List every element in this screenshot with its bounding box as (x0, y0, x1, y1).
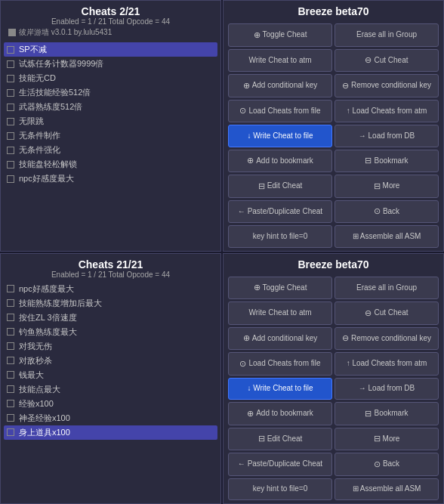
cheat-item[interactable]: 无条件强化 (4, 143, 217, 157)
cheat-checkbox[interactable] (7, 299, 14, 307)
cheat-item[interactable]: 钱最大 (4, 368, 217, 382)
action-button[interactable]: ⊖Cut Cheat (335, 49, 439, 73)
action-button[interactable]: ↑ Load Cheats from atm (335, 352, 439, 376)
button-icon: ⊖ (342, 81, 349, 91)
cheat-checkbox[interactable] (7, 104, 14, 111)
action-button[interactable]: ⊕Add to bookmark (228, 150, 332, 173)
action-button[interactable]: key hint to file=0 (228, 478, 332, 500)
action-button[interactable]: Write Cheat to atm (228, 301, 332, 325)
action-button[interactable]: ⊟More (335, 175, 439, 198)
top-right-title: Breeze beta70 (224, 1, 443, 20)
cheat-checkbox[interactable] (7, 132, 14, 140)
cheat-item[interactable]: 武器熟练度512倍 (4, 100, 217, 114)
cheat-item[interactable]: 对我无伤 (4, 339, 217, 354)
button-label: ↓ Write Cheat to file (247, 384, 313, 393)
action-button[interactable]: ← Paste/Duplicate Cheat (228, 200, 332, 224)
button-label: Remove conditional key (351, 334, 431, 343)
top-left-header: Cheats 2/21 Enabled = 1 / 21 Total Opcod… (1, 1, 220, 41)
action-button[interactable]: ↑ Load Cheats from atm (335, 100, 439, 123)
action-button[interactable]: ⊞ Assemble all ASM (335, 225, 439, 247)
action-button[interactable]: key hint to file=0 (228, 225, 332, 247)
action-button[interactable]: ⊕Toggle Cheat (228, 277, 332, 300)
button-label: ↓ Write Cheat to file (247, 131, 313, 141)
cheat-checkbox[interactable] (7, 118, 14, 125)
cheat-checkbox[interactable] (7, 414, 14, 422)
button-label: Add to bookmark (256, 409, 313, 418)
cheat-item[interactable]: 神圣经验x100 (4, 411, 217, 425)
cheat-checkbox[interactable] (7, 314, 14, 321)
cheat-checkbox[interactable] (7, 46, 14, 54)
action-button[interactable]: ⊙Load Cheats from file (228, 352, 332, 376)
cheat-label: 经验x100 (19, 398, 54, 410)
top-left-cheat-list[interactable]: SP不减试炼任务计数器9999倍技能无CD生活技能经验512倍武器熟练度512倍… (1, 41, 220, 251)
cheat-checkbox[interactable] (7, 161, 14, 169)
action-button[interactable]: ⊟Bookmark (335, 402, 439, 425)
button-label: key hint to file=0 (253, 484, 308, 493)
cheat-item[interactable]: 技能盘轻松解锁 (4, 157, 217, 172)
cheat-checkbox[interactable] (7, 357, 14, 364)
cheat-item[interactable]: 身上道具x100 (4, 425, 217, 440)
cheat-item[interactable]: 对敌秒杀 (4, 354, 217, 368)
cheat-checkbox[interactable] (7, 371, 14, 379)
button-label: More (383, 434, 400, 444)
action-button[interactable]: Erase all in Group (335, 277, 439, 300)
cheat-item[interactable]: 技能熟练度增加后最大 (4, 296, 217, 311)
action-button[interactable]: Write Cheat to atm (228, 49, 332, 73)
action-button[interactable]: ⊞ Assemble all ASM (335, 478, 439, 500)
action-button[interactable]: ↓ Write Cheat to file (228, 125, 332, 147)
action-button[interactable]: ⊟Edit Cheat (228, 175, 332, 198)
cheat-checkbox[interactable] (7, 428, 14, 436)
button-label: Write Cheat to atm (248, 308, 311, 317)
action-button[interactable]: ⊙Load Cheats from file (228, 100, 332, 123)
cheat-checkbox[interactable] (7, 175, 14, 183)
action-button[interactable]: ⊟Edit Cheat (228, 428, 332, 451)
action-button[interactable]: ⊕Add conditional key (228, 327, 332, 351)
button-label: → Load from DB (359, 131, 415, 141)
button-label: More (383, 181, 400, 190)
cheat-label: 神圣经验x100 (19, 413, 70, 424)
bottom-left-cheat-list[interactable]: npc好感度最大技能熟练度增加后最大按住ZL 3倍速度钓鱼熟练度最大对我无伤对敌… (1, 280, 220, 504)
cheat-checkbox[interactable] (7, 75, 14, 82)
cheat-item[interactable]: SP不减 (4, 42, 217, 57)
cheat-item[interactable]: npc好感度最大 (4, 282, 217, 296)
action-button[interactable]: ⊕Add to bookmark (228, 402, 332, 425)
action-button[interactable]: ⊟Bookmark (335, 150, 439, 173)
cheat-item[interactable]: 技能无CD (4, 71, 217, 85)
action-button[interactable]: ⊟More (335, 428, 439, 451)
cheat-checkbox[interactable] (7, 342, 14, 350)
cheat-item[interactable]: 试炼任务计数器9999倍 (4, 57, 217, 71)
action-button[interactable]: ⊙Back (335, 200, 439, 224)
bottom-left-subtitle: Enabled = 1 / 21 Total Opcode = 44 (4, 271, 217, 279)
action-button[interactable]: → Load from DB (335, 378, 439, 400)
cheat-checkbox[interactable] (7, 285, 14, 292)
button-label: ↑ Load Cheats from atm (347, 107, 427, 116)
action-button[interactable]: ⊖Remove conditional key (335, 74, 439, 97)
cheat-checkbox[interactable] (7, 385, 14, 393)
action-button[interactable]: ⊖Cut Cheat (335, 301, 439, 325)
cheat-checkbox[interactable] (7, 328, 14, 335)
cheat-item[interactable]: 无限跳 (4, 114, 217, 128)
cheat-item[interactable]: 经验x100 (4, 397, 217, 411)
action-button[interactable]: Erase all in Group (335, 23, 439, 47)
cheat-item[interactable]: 无条件制作 (4, 128, 217, 143)
action-button[interactable]: ⊖Remove conditional key (335, 327, 439, 351)
action-button[interactable]: ⊙Back (335, 453, 439, 476)
cheat-checkbox[interactable] (7, 400, 14, 407)
cheat-item[interactable]: 钓鱼熟练度最大 (4, 325, 217, 339)
button-label: Erase all in Group (356, 30, 417, 39)
cheat-checkbox[interactable] (7, 60, 14, 68)
cheat-item[interactable]: 生活技能经验512倍 (4, 85, 217, 100)
action-button[interactable]: ↓ Write Cheat to file (228, 378, 332, 400)
cheat-checkbox[interactable] (7, 89, 14, 97)
action-button[interactable]: → Load from DB (335, 125, 439, 147)
cheat-item[interactable]: 按住ZL 3倍速度 (4, 311, 217, 325)
action-button[interactable]: ⊕Toggle Cheat (228, 23, 332, 47)
button-icon: ⊖ (365, 308, 372, 318)
cheat-item[interactable]: 技能点最大 (4, 382, 217, 397)
button-icon: ⊟ (374, 181, 381, 191)
action-button[interactable]: ⊕Add conditional key (228, 74, 332, 97)
action-button[interactable]: ← Paste/Duplicate Cheat (228, 453, 332, 476)
cheat-item[interactable]: npc好感度最大 (4, 172, 217, 186)
button-label: Toggle Cheat (263, 30, 307, 39)
cheat-checkbox[interactable] (7, 147, 14, 154)
